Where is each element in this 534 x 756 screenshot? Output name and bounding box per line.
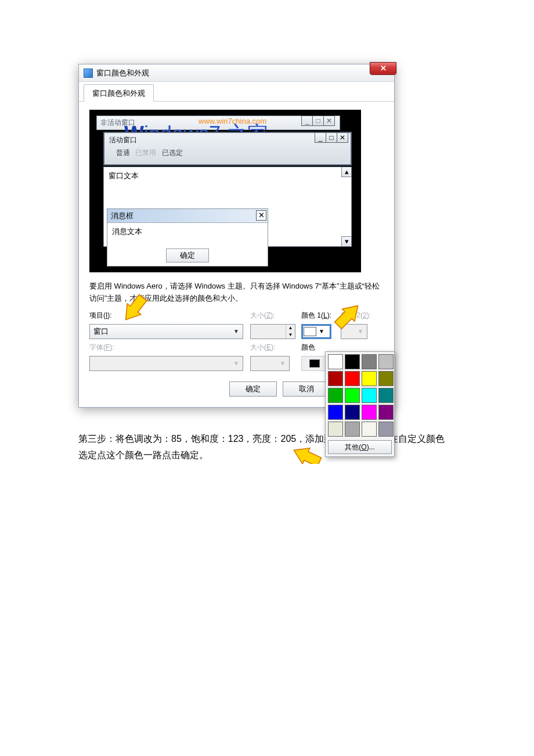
size-label: 大小(Z): xyxy=(250,311,275,319)
spin-up-icon: ▲ xyxy=(286,325,295,332)
preview-inactive-controls: _ □ ✕ xyxy=(302,116,335,126)
color-swatch[interactable] xyxy=(345,371,360,386)
preview-active-controls: _ □ ✕ xyxy=(315,132,348,143)
color-swatch[interactable] xyxy=(345,422,360,437)
color-swatch[interactable] xyxy=(378,371,394,386)
item-label: 项目(I): xyxy=(89,311,112,319)
color-swatch[interactable] xyxy=(378,388,394,403)
close-icon: ✕ xyxy=(323,116,335,126)
color-swatch[interactable] xyxy=(362,388,377,403)
close-button[interactable]: ✕ xyxy=(370,62,396,75)
font-color-label: 颜色 xyxy=(301,343,315,351)
chevron-down-icon: ▼ xyxy=(280,360,286,366)
font-combo: ▼ xyxy=(89,356,243,371)
color-swatch[interactable] xyxy=(362,354,377,369)
app-icon xyxy=(84,69,93,78)
size-spinner: ▲▼ xyxy=(250,324,295,339)
minimize-icon: _ xyxy=(301,116,313,126)
color-swatch[interactable] xyxy=(345,388,360,403)
font-size-combo: ▼ xyxy=(250,356,290,371)
color-popup: 其他(O)... xyxy=(325,351,395,457)
font-label: 字体(F): xyxy=(89,343,114,351)
item-combo-value: 窗口 xyxy=(93,326,109,337)
color-swatch[interactable] xyxy=(328,371,343,386)
color-swatch[interactable] xyxy=(378,422,394,437)
font-color-swatch xyxy=(309,359,320,368)
color-swatch[interactable] xyxy=(378,354,394,369)
other-colors-button[interactable]: 其他(O)... xyxy=(328,440,392,454)
preview-active-tabs: 普通 已禁用 已选定 xyxy=(116,148,183,158)
color-swatch[interactable] xyxy=(362,405,377,420)
item-combo[interactable]: 窗口 ▼ xyxy=(89,324,243,339)
preview-msgbox-title: 消息框 ✕ xyxy=(107,209,268,223)
color-swatch[interactable] xyxy=(345,405,360,420)
spin-down-icon: ▼ xyxy=(286,332,295,339)
color1-button[interactable]: ▼ xyxy=(301,324,331,339)
preview-active-window: 活动窗口 普通 已禁用 已选定 _ □ ✕ xyxy=(103,132,352,165)
color-swatch[interactable] xyxy=(362,422,377,437)
color-swatch-grid xyxy=(328,354,392,437)
chevron-down-icon: ▼ xyxy=(233,360,239,366)
titlebar: 窗口颜色和外观 ✕ xyxy=(79,64,394,82)
chevron-down-icon: ▼ xyxy=(233,328,239,334)
font-size-label: 大小(E): xyxy=(250,343,275,351)
color1-label: 颜色 1(L): xyxy=(301,311,331,319)
preview-msgbox-ok: 确定 xyxy=(166,249,209,262)
cancel-button[interactable]: 取消 xyxy=(283,381,330,397)
color-swatch[interactable] xyxy=(328,405,343,420)
close-icon: ✕ xyxy=(256,210,266,221)
color-swatch[interactable] xyxy=(362,371,377,386)
color-swatch[interactable] xyxy=(345,354,360,369)
color-swatch[interactable] xyxy=(328,354,343,369)
maximize-icon: □ xyxy=(312,116,324,126)
preview-msgbox-text: 消息文本 xyxy=(107,223,268,240)
color1-swatch xyxy=(304,327,316,336)
preview-msgbox: 消息框 ✕ 消息文本 确定 xyxy=(107,208,268,267)
color-swatch[interactable] xyxy=(378,405,394,420)
maximize-icon: □ xyxy=(326,132,337,143)
font-color-button xyxy=(301,356,328,371)
ok-button[interactable]: 确定 xyxy=(229,381,277,397)
minimize-icon: _ xyxy=(315,132,326,143)
step-instructions: 第三步：将色调改为：85，饱和度：123，亮度：205，添加到自定义颜色，在自定… xyxy=(78,431,453,465)
color-swatch[interactable] xyxy=(328,422,343,437)
preview-area: 非活动窗口 _ □ ✕ www.win7china.com Windows7 之… xyxy=(89,110,361,272)
dialog-title: 窗口颜色和外观 xyxy=(96,68,149,78)
preview-active-title: 活动窗口 xyxy=(109,135,137,145)
chevron-down-icon: ▼ xyxy=(319,328,324,334)
tab-row: 窗口颜色和外观 xyxy=(79,82,394,102)
color-swatch[interactable] xyxy=(328,388,343,403)
preview-window-text: 窗口文本 xyxy=(104,167,351,185)
tab-appearance[interactable]: 窗口颜色和外观 xyxy=(84,84,154,102)
scroll-up-icon: ▴ xyxy=(341,167,352,177)
scroll-down-icon: ▾ xyxy=(341,236,352,247)
chevron-down-icon: ▼ xyxy=(358,328,363,334)
close-icon: ✕ xyxy=(337,132,348,143)
